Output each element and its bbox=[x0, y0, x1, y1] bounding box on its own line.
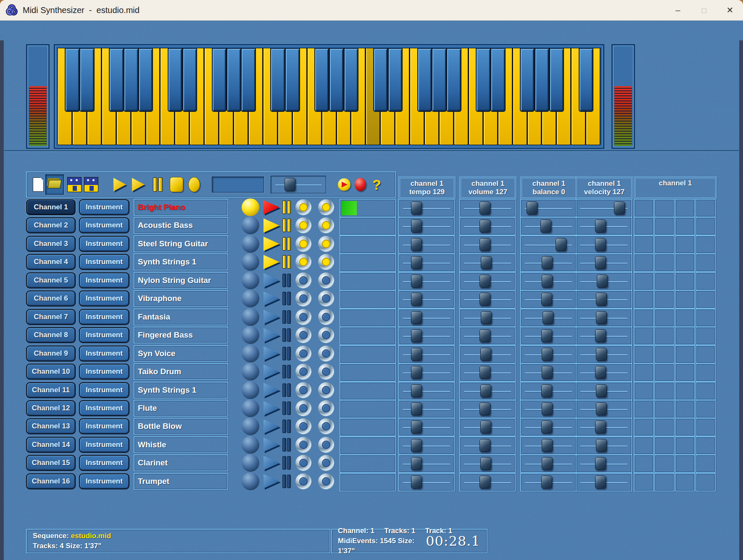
tempo-slider[interactable] bbox=[398, 254, 455, 272]
knob-left[interactable] bbox=[295, 272, 311, 288]
mute-ball[interactable] bbox=[242, 381, 259, 399]
tempo-slider[interactable] bbox=[398, 309, 455, 327]
volume-slider-thumb[interactable] bbox=[480, 219, 490, 232]
channel-button[interactable]: Channel 1 bbox=[26, 199, 76, 215]
pause-bars-icon[interactable] bbox=[282, 475, 292, 488]
mute-ball[interactable] bbox=[242, 235, 259, 253]
knob-left[interactable] bbox=[295, 382, 311, 398]
pause-icon[interactable] bbox=[153, 177, 164, 192]
channel-button[interactable]: Channel 2 bbox=[26, 217, 76, 233]
tempo-slider-thumb[interactable] bbox=[411, 329, 422, 342]
knob-right[interactable] bbox=[318, 455, 334, 471]
balance-slider-thumb[interactable] bbox=[556, 238, 566, 251]
balance-slider[interactable] bbox=[520, 199, 577, 217]
balance-slider-thumb[interactable] bbox=[542, 348, 553, 361]
velocity-slider[interactable] bbox=[576, 363, 632, 382]
volume-slider-thumb[interactable] bbox=[480, 384, 491, 397]
instrument-button[interactable]: Instrument bbox=[79, 254, 129, 270]
tempo-slider-thumb[interactable] bbox=[411, 219, 422, 232]
pause-bars-icon[interactable] bbox=[282, 383, 292, 397]
volume-slider[interactable] bbox=[459, 363, 516, 382]
knob-left[interactable] bbox=[295, 364, 311, 380]
volume-slider-thumb[interactable] bbox=[480, 329, 490, 342]
pause-bars-icon[interactable] bbox=[282, 274, 292, 287]
velocity-slider-thumb[interactable] bbox=[596, 348, 607, 361]
tempo-slider[interactable] bbox=[398, 418, 455, 436]
mute-ball[interactable] bbox=[242, 345, 259, 362]
instrument-button[interactable]: Instrument bbox=[79, 309, 129, 325]
knob-right[interactable] bbox=[318, 236, 334, 252]
volume-slider-thumb[interactable] bbox=[480, 420, 491, 433]
velocity-slider-thumb[interactable] bbox=[596, 311, 607, 324]
mute-ball[interactable] bbox=[242, 290, 259, 307]
piano-key-black[interactable] bbox=[109, 48, 124, 112]
pause-bars-icon[interactable] bbox=[282, 310, 292, 324]
volume-slider[interactable] bbox=[459, 400, 516, 418]
pause-bars-icon[interactable] bbox=[282, 347, 292, 360]
pause-bars-icon[interactable] bbox=[282, 292, 292, 305]
piano-key-black[interactable] bbox=[168, 48, 182, 112]
velocity-slider-thumb[interactable] bbox=[595, 219, 606, 232]
instrument-button[interactable]: Instrument bbox=[79, 346, 129, 362]
volume-slider-thumb[interactable] bbox=[480, 275, 490, 288]
new-document-icon[interactable] bbox=[33, 177, 44, 192]
knob-right[interactable] bbox=[318, 400, 334, 416]
channel-button[interactable]: Channel 6 bbox=[26, 291, 76, 306]
piano-key-black[interactable] bbox=[65, 48, 79, 112]
tempo-slider-thumb[interactable] bbox=[411, 348, 422, 361]
piano-key-black[interactable] bbox=[138, 48, 153, 112]
velocity-slider-thumb[interactable] bbox=[596, 439, 607, 452]
channel-button[interactable]: Channel 5 bbox=[26, 272, 76, 288]
play-triangle-icon[interactable] bbox=[263, 365, 279, 379]
velocity-slider[interactable] bbox=[576, 400, 632, 418]
knob-right[interactable] bbox=[318, 364, 334, 380]
volume-slider-thumb[interactable] bbox=[480, 366, 490, 379]
piano-key-black[interactable] bbox=[227, 48, 241, 112]
piano-key-black[interactable] bbox=[182, 48, 197, 112]
mute-ball[interactable] bbox=[242, 326, 259, 344]
balance-slider[interactable] bbox=[520, 327, 577, 345]
mute-ball[interactable] bbox=[242, 417, 259, 435]
knob-left[interactable] bbox=[295, 254, 311, 270]
tempo-slider-thumb[interactable] bbox=[411, 256, 422, 269]
velocity-slider-thumb[interactable] bbox=[595, 238, 606, 251]
tempo-slider[interactable] bbox=[398, 290, 455, 309]
volume-slider[interactable] bbox=[459, 454, 516, 473]
velocity-slider[interactable] bbox=[576, 199, 632, 217]
balance-slider-thumb[interactable] bbox=[541, 384, 552, 397]
open-folder-button[interactable] bbox=[45, 174, 64, 195]
knob-left[interactable] bbox=[295, 400, 311, 416]
go-indicator-icon[interactable] bbox=[338, 178, 350, 191]
piano-key-black[interactable] bbox=[579, 48, 593, 112]
volume-slider[interactable] bbox=[459, 254, 516, 272]
pause-bars-icon[interactable] bbox=[282, 201, 292, 214]
channel-button[interactable]: Channel 14 bbox=[26, 437, 76, 453]
tempo-slider-thumb[interactable] bbox=[411, 402, 422, 415]
balance-slider-thumb[interactable] bbox=[542, 366, 553, 379]
play-triangle-icon[interactable] bbox=[263, 438, 279, 452]
play-triangle-icon[interactable] bbox=[263, 255, 279, 269]
knob-right[interactable] bbox=[318, 254, 334, 270]
knob-left[interactable] bbox=[295, 236, 311, 252]
piano-key-black[interactable] bbox=[535, 48, 549, 112]
knob-right[interactable] bbox=[318, 309, 334, 325]
piano-key-black[interactable] bbox=[212, 48, 227, 112]
piano-key-black[interactable] bbox=[270, 48, 285, 112]
tempo-slider-thumb[interactable] bbox=[411, 366, 422, 379]
mute-ball[interactable] bbox=[242, 253, 259, 271]
play-icon[interactable] bbox=[113, 178, 126, 191]
velocity-slider[interactable] bbox=[576, 418, 632, 436]
volume-slider-thumb[interactable] bbox=[481, 256, 492, 269]
volume-slider[interactable] bbox=[459, 217, 516, 235]
knob-right[interactable] bbox=[318, 473, 334, 489]
velocity-slider[interactable] bbox=[576, 327, 632, 345]
balance-slider[interactable] bbox=[520, 272, 577, 291]
balance-slider-thumb[interactable] bbox=[542, 457, 553, 470]
position-field[interactable] bbox=[212, 177, 264, 193]
volume-slider-thumb[interactable] bbox=[480, 457, 491, 470]
piano-key-black[interactable] bbox=[314, 48, 329, 112]
loop-oval-icon[interactable] bbox=[188, 177, 200, 192]
play-triangle-icon[interactable] bbox=[263, 310, 279, 324]
instrument-button[interactable]: Instrument bbox=[79, 418, 129, 434]
save-icon[interactable] bbox=[67, 177, 82, 192]
